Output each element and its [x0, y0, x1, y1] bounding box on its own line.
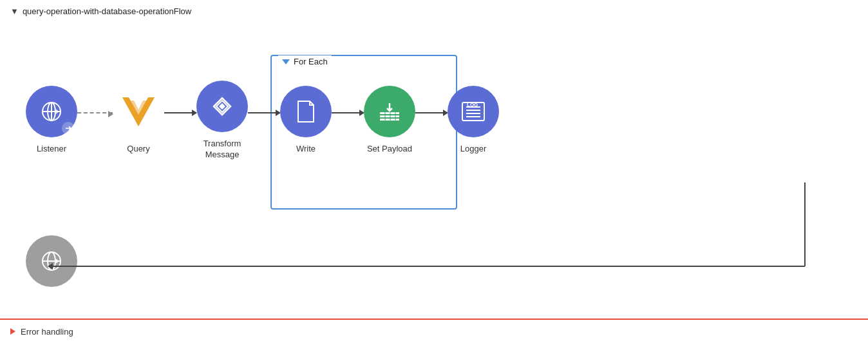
flow-title: ▼ query-operation-with-database-operatio…: [0, 0, 868, 23]
arrow-transform-write: [248, 112, 280, 113]
node-transform[interactable]: TransformMessage: [196, 81, 248, 161]
nodes-row: Listener Query: [26, 81, 499, 161]
svg-text:LOG: LOG: [467, 102, 478, 108]
for-each-label: For Each: [278, 55, 332, 68]
canvas: For Each: [0, 23, 868, 300]
write-circle: [280, 86, 332, 137]
node-logger[interactable]: LOG Logger: [448, 86, 499, 155]
write-label: Write: [296, 144, 316, 155]
logger-circle: LOG: [448, 86, 499, 137]
transform-icon: [210, 94, 234, 119]
set-payload-icon: [376, 98, 403, 125]
solid-line-1: [164, 112, 196, 113]
query-label: Query: [127, 144, 149, 155]
svg-rect-8: [380, 119, 399, 121]
dashed-line-1: [77, 112, 113, 113]
set-payload-circle: [364, 86, 415, 137]
arrow-write-setpayload: [332, 112, 364, 113]
error-footer: Error handling: [0, 318, 868, 343]
bottom-listener-circle: [26, 235, 77, 287]
listener-label: Listener: [37, 144, 66, 155]
flow-title-text: query-operation-with-database-operationF…: [23, 6, 191, 16]
node-listener[interactable]: Listener: [26, 86, 77, 155]
for-each-triangle-icon: [282, 59, 290, 64]
solid-line-2: [248, 112, 280, 113]
query-icon-wrapper: [113, 86, 164, 137]
arrow-listener-query: [77, 112, 113, 113]
set-payload-label: Set Payload: [367, 144, 412, 155]
listener-circle: [26, 86, 77, 137]
svg-rect-6: [380, 112, 399, 114]
error-handling-label: Error handling: [21, 327, 73, 337]
solid-line-3: [332, 112, 364, 113]
node-query[interactable]: Query: [113, 86, 164, 155]
arrow-query-transform: [164, 112, 196, 113]
write-icon: [294, 99, 317, 124]
solid-line-4: [415, 112, 448, 113]
transform-label: TransformMessage: [203, 139, 241, 161]
listener-sub-icon: [62, 122, 75, 135]
flow-title-arrow: ▼: [10, 6, 19, 16]
transform-circle: [196, 81, 248, 132]
listener-sub-svg: [64, 124, 72, 132]
logger-label: Logger: [460, 144, 486, 155]
bottom-listener[interactable]: [26, 235, 77, 287]
logger-icon: LOG: [460, 100, 487, 123]
for-each-text: For Each: [294, 57, 328, 66]
svg-rect-7: [380, 115, 399, 117]
bottom-globe-icon: [40, 250, 63, 273]
globe-icon: [40, 100, 63, 123]
node-write[interactable]: Write: [280, 86, 332, 155]
node-set-payload[interactable]: Set Payload: [364, 86, 415, 155]
arrow-setpayload-logger: [415, 112, 448, 113]
error-triangle-icon: [10, 328, 15, 335]
vuetify-icon: [122, 94, 155, 130]
